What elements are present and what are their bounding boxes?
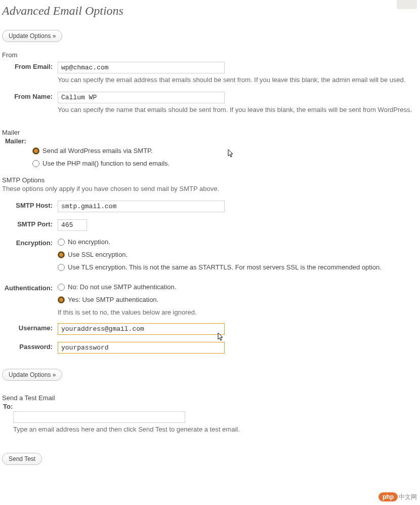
password-label: Password:: [2, 340, 58, 359]
header-badge: [397, 0, 417, 9]
mailer-php-radio[interactable]: [32, 160, 39, 167]
enc-none-radio[interactable]: [58, 239, 65, 246]
enc-ssl-label: Use SSL encryption.: [68, 251, 128, 258]
auth-no-radio[interactable]: [58, 284, 65, 291]
smtp-heading: SMTP Options: [2, 176, 418, 184]
mailer-heading: Mailer: [2, 129, 418, 136]
update-options-button-top[interactable]: Update Options »: [2, 30, 62, 42]
page-title: Advanced Email Options: [2, 2, 418, 18]
enc-ssl-radio[interactable]: [58, 251, 65, 258]
smtp-port-input[interactable]: [58, 219, 87, 231]
auth-yes-label: Yes: Use SMTP authentication.: [68, 296, 158, 303]
username-label: Username:: [2, 321, 58, 340]
test-to-label: To:: [2, 403, 418, 410]
test-desc: Type an email address here and then clic…: [13, 425, 418, 434]
smtp-host-input[interactable]: [58, 201, 225, 212]
auth-note: If this is set to no, the values below a…: [58, 308, 418, 316]
smtp-port-label: SMTP Port:: [2, 217, 58, 236]
enc-tls-radio[interactable]: [58, 264, 65, 271]
username-input[interactable]: [58, 323, 225, 335]
test-heading: Send a Test Email: [2, 394, 418, 402]
auth-yes-radio[interactable]: [58, 296, 65, 303]
from-email-label: From Email:: [2, 60, 58, 90]
mailer-php-label: Use the PHP mail() function to send emai…: [43, 160, 170, 167]
from-email-input[interactable]: [58, 62, 225, 73]
send-test-button[interactable]: Send Test: [2, 453, 42, 465]
smtp-host-label: SMTP Host:: [2, 199, 58, 217]
update-options-button-bottom[interactable]: Update Options »: [2, 369, 62, 381]
smtp-note: These options only apply if you have cho…: [2, 185, 418, 192]
encryption-label: Encryption:: [2, 236, 58, 281]
from-name-input[interactable]: [58, 92, 225, 103]
from-name-label: From Name:: [2, 90, 58, 120]
enc-tls-label: Use TLS encryption. This is not the same…: [68, 263, 382, 271]
from-name-desc: You can specify the name that emails sho…: [58, 105, 418, 114]
password-input[interactable]: [58, 342, 225, 354]
test-to-input[interactable]: [13, 411, 185, 423]
auth-label: Authentication:: [2, 281, 58, 321]
mailer-smtp-radio[interactable]: [32, 147, 39, 154]
enc-none-label: No encryption.: [68, 238, 110, 246]
mailer-label: Mailer:: [2, 137, 418, 145]
from-heading: From: [2, 51, 418, 59]
from-email-desc: You can specify the email address that e…: [58, 75, 418, 85]
auth-no-label: No: Do not use SMTP authentication.: [68, 283, 176, 291]
mailer-smtp-label: Send all WordPress emails via SMTP.: [43, 147, 153, 154]
